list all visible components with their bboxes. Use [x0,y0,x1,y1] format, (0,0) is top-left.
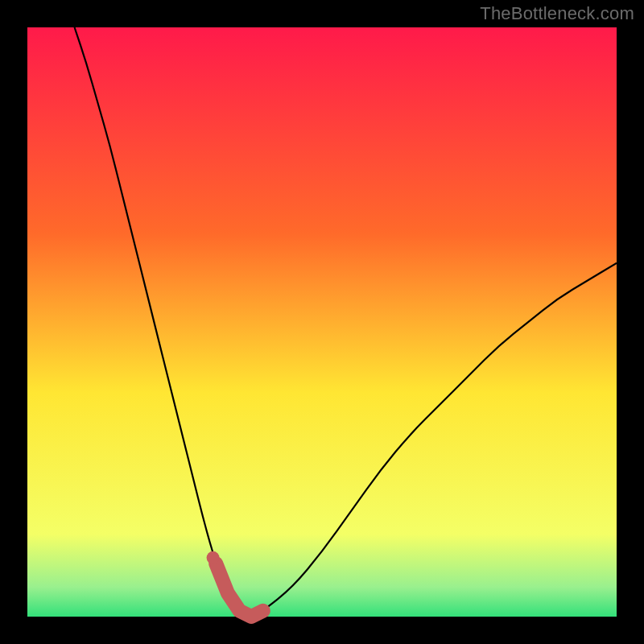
bottleneck-chart [0,0,644,644]
marker-dot-icon [207,551,220,564]
chart-frame: TheBottleneck.com [0,0,644,644]
watermark-label: TheBottleneck.com [480,3,634,24]
